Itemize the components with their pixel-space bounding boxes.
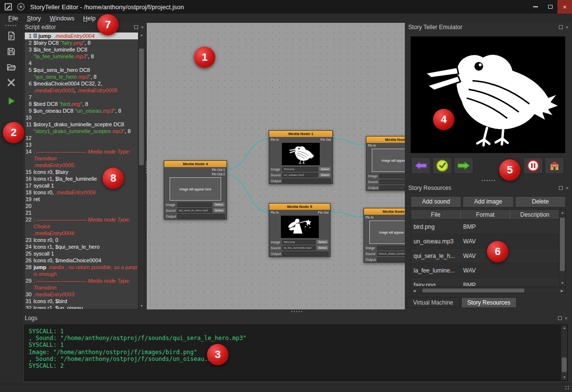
delete-button[interactable]: Delete [515, 196, 566, 207]
select-button[interactable]: Select [316, 245, 329, 250]
close-panel-icon[interactable] [565, 316, 568, 321]
tab-virtual-machine[interactable]: Virtual Machine [407, 297, 460, 308]
table-row[interactable]: bird.pngBMP [411, 220, 565, 234]
pin-in[interactable]: Pin In [368, 144, 376, 147]
node-graph-canvas[interactable]: Media Node 4Pin Out 1Pin Out 2Image will… [147, 23, 405, 309]
code-line[interactable]: 32lcons r1, $un_oiseau [25, 305, 138, 309]
code-line[interactable]: 4 [25, 60, 138, 67]
menu-file[interactable]: File [4, 15, 22, 22]
table-scrollbar[interactable]: ▲ ▼ [559, 210, 565, 286]
pin-in[interactable]: Pin In [365, 216, 374, 219]
add-image-button[interactable]: Add image [463, 196, 513, 207]
node-connection[interactable] [227, 175, 269, 212]
code-line[interactable]: 11$story1_drako_luminelle_sceptre DC8 "s… [25, 121, 138, 135]
code-line[interactable]: 22; ---------------------------- Media n… [25, 216, 138, 230]
validate-button[interactable] [433, 157, 452, 174]
menu-windows[interactable]: Windows [45, 15, 79, 22]
close-panel-icon[interactable] [141, 25, 144, 30]
logs-dock-title[interactable]: Logs [22, 314, 570, 323]
code-line[interactable]: 8$bird DC8 "bird.png", 8 [25, 101, 138, 107]
run-button[interactable] [3, 94, 19, 108]
resources-dock-title[interactable]: Story Resources [406, 184, 571, 192]
splitter-handle[interactable] [145, 161, 148, 174]
code-line[interactable]: 28jump .media ; no return possible, so a… [25, 264, 138, 277]
tab-story-resources[interactable]: Story Resources [461, 297, 517, 308]
code-line[interactable]: 21 [25, 209, 138, 216]
scrollbar-track[interactable] [559, 216, 565, 280]
scroll-up-icon[interactable]: ▲ [561, 325, 568, 331]
add-sound-button[interactable]: Add sound [411, 196, 461, 207]
code-line[interactable]: 1jump .mediaEntry0004 [25, 33, 138, 39]
code-line[interactable]: .mediaEntry0004: [25, 230, 138, 237]
code-line[interactable]: 12 [25, 135, 138, 141]
scroll-down-icon[interactable]: ▼ [561, 375, 568, 380]
code-line[interactable]: 2$fairy DC8 "fairy.png", 8 [25, 39, 138, 46]
code-line[interactable]: 25syscall 1 [25, 250, 138, 257]
code-line[interactable]: 31lcons r0, $bird [25, 298, 138, 305]
column-header-file[interactable]: File [411, 210, 461, 219]
float-panel-icon[interactable] [559, 25, 563, 29]
emulator-dock-title[interactable]: Story Teller Emulator [406, 23, 571, 32]
code-line[interactable]: 24lcons r1, $qui_sera_le_hero [25, 243, 138, 250]
logs-output[interactable]: SYSCALL: 1, Sound: "/home/anthony/ostpro… [24, 324, 568, 381]
select-button[interactable]: Select [319, 172, 331, 177]
minimize-button[interactable] [528, 0, 543, 14]
node-title-bar[interactable]: Media Node 3 [364, 208, 405, 215]
select-button[interactable]: Select [213, 202, 225, 207]
pin-out[interactable]: Pin Out [320, 138, 331, 141]
window-menu-icon[interactable] [17, 2, 25, 11]
scrollbar-track[interactable] [417, 288, 559, 293]
pin-out[interactable]: Pin Out 2 [212, 172, 225, 176]
code-line[interactable]: .mediaEntry0005: [25, 162, 138, 169]
home-button[interactable] [545, 157, 564, 174]
open-button[interactable] [3, 60, 19, 74]
node-connection[interactable] [330, 212, 364, 217]
scroll-up-icon[interactable]: ▲ [139, 32, 145, 38]
close-panel-icon[interactable] [566, 186, 569, 190]
table-header[interactable]: FileFormatDescription [411, 210, 565, 220]
toolbar-handle[interactable] [5, 24, 17, 27]
node-title-bar[interactable]: Media Node 5 [269, 204, 330, 210]
save-button[interactable] [3, 45, 19, 58]
editor-scrollbar[interactable]: ▲ ▼ [138, 32, 144, 309]
scroll-left-icon[interactable]: ◀ [411, 288, 417, 294]
code-line[interactable]: 14; ---------------------------- Media n… [25, 148, 138, 162]
code-line[interactable]: 23lcons r0, 0 [25, 237, 138, 243]
code-line[interactable]: 29; ---------------------------- Media n… [25, 277, 138, 291]
code-line[interactable]: 7 [25, 94, 138, 101]
float-panel-icon[interactable] [558, 316, 562, 320]
back-button[interactable] [411, 157, 431, 174]
code-line[interactable]: 3$la_fee_luminelle DC8 "la_fee_luminelle… [25, 46, 138, 60]
media-node[interactable]: Media Node 2Pin InImage will appear here… [366, 136, 405, 191]
code-line[interactable]: 9$un_oiseau DC8 "un_oiseau.mp3", 8 [25, 107, 138, 114]
resize-grip[interactable] [565, 385, 571, 391]
pin-out[interactable]: Pin Out 1 [212, 168, 225, 171]
code-line[interactable]: 13 [25, 141, 138, 148]
scroll-right-icon[interactable]: ▶ [559, 288, 565, 294]
code-line[interactable]: 30.mediaEntry0003: [25, 291, 138, 298]
close-panel-icon[interactable] [566, 25, 569, 30]
pause-button[interactable] [523, 157, 543, 174]
scrollbar-handle[interactable] [560, 218, 565, 271]
new-script-button[interactable] [3, 29, 19, 43]
code-line[interactable]: 19ret [25, 196, 138, 203]
pin-out[interactable]: Pin Out [318, 211, 329, 214]
menu-help[interactable]: Help [79, 15, 100, 22]
select-button[interactable]: Select [319, 167, 331, 171]
scrollbar-handle[interactable] [562, 358, 567, 372]
scrollbar-track[interactable] [561, 331, 567, 375]
node-title-bar[interactable]: Media Node 1 [269, 131, 332, 137]
splitter-handle[interactable] [481, 179, 496, 182]
pin-in[interactable]: Pin In [271, 211, 279, 214]
scrollbar-handle[interactable] [422, 289, 524, 292]
forward-button[interactable] [454, 157, 473, 174]
scroll-down-icon[interactable]: ▼ [559, 280, 566, 286]
media-node[interactable]: Media Node 3Pin InImage will appear here… [364, 208, 405, 263]
titlebar[interactable]: StoryTeller Editor - /home/anthony/ostpr… [0, 0, 572, 14]
code-line[interactable]: 18lcons r0, .mediaEntry0006 [25, 189, 138, 196]
code-line[interactable]: 20 [25, 203, 138, 209]
select-button[interactable]: Select [316, 239, 329, 244]
media-node[interactable]: Media Node 5Pin InPin OutImagefairy.pngS… [269, 203, 330, 257]
menu-story[interactable]: Story [22, 15, 45, 22]
script-editor[interactable]: 1jump .mediaEntry00042$fairy DC8 "fairy.… [24, 32, 145, 309]
